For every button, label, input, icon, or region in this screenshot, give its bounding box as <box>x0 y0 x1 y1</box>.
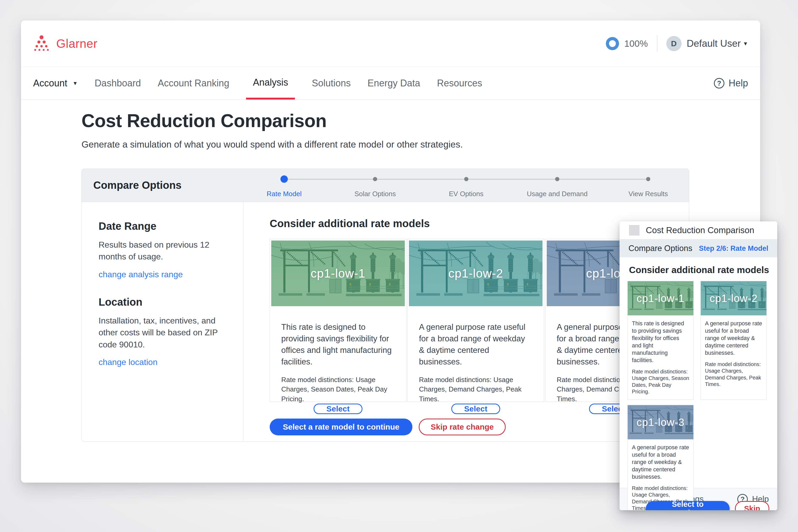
overlay-select-continue-button[interactable]: Select to continue <box>646 501 730 510</box>
nav-item-energy-data[interactable]: Energy Data <box>367 67 420 99</box>
rate-card-body: This rate is designed to providing savin… <box>271 306 405 400</box>
rate-select-button[interactable]: Select <box>313 404 362 414</box>
overlay-skip-button[interactable]: Skip <box>735 501 769 510</box>
panel-body: Date Range Results based on previous 12 … <box>82 202 689 441</box>
user-menu[interactable]: Default User <box>687 38 741 49</box>
page-subtitle: Generate a simulation of what you would … <box>81 139 760 150</box>
page-title: Cost Reduction Comparison <box>81 110 760 131</box>
change-analysis-range-link[interactable]: change analysis range <box>98 270 183 279</box>
step-dot-icon <box>280 175 288 183</box>
screen: Glarner 100% D Default User ▼ Account ▼ … <box>0 0 798 532</box>
rate-description: This rate is designed to providing savin… <box>281 321 395 368</box>
header-divider <box>657 35 657 52</box>
rate-card-body: A general purpose rate useful for a broa… <box>628 439 693 510</box>
nav-item-account-label: Account <box>33 78 67 89</box>
panel-sidebar: Date Range Results based on previous 12 … <box>82 202 243 441</box>
change-location-link[interactable]: change location <box>98 357 158 367</box>
rate-select-button[interactable]: Select <box>451 404 500 414</box>
rate-photo-label: cp1-low-2 <box>409 241 543 306</box>
brand-name: Glarner <box>56 37 97 51</box>
step-dot-icon <box>373 177 377 181</box>
nav-item-account[interactable]: Account ▼ <box>33 67 78 99</box>
step-label: View Results <box>629 190 668 198</box>
overlay-rate-model-card[interactable]: cp1-low-2 A general purpose rate useful … <box>701 281 767 400</box>
nav-item-resources[interactable]: Resources <box>437 67 482 99</box>
step-label: EV Options <box>449 190 484 198</box>
stepper-steps: Rate Model Solar Options EV Options Usag… <box>284 176 648 183</box>
overlay-cards-grid: cp1-low-1 This rate is designed to provi… <box>628 281 769 510</box>
rate-card-body: A general purpose rate useful for a broa… <box>701 316 766 392</box>
location-text: Installation, tax, incentives, and other… <box>98 315 225 350</box>
account-caret-icon: ▼ <box>73 80 78 87</box>
overlay-title: Cost Reduction Comparison <box>646 225 755 235</box>
overlay-body: Consider additional rate models cp1-low-… <box>619 257 777 488</box>
rate-photo-label: cp1-low-1 <box>628 281 693 316</box>
progress-ring-icon <box>606 37 619 50</box>
rate-photo-label: cp1-low-2 <box>701 281 766 316</box>
avatar[interactable]: D <box>666 36 682 51</box>
rate-photo: cp1-low-1 <box>271 241 405 306</box>
skip-rate-change-button[interactable]: Skip rate change <box>419 419 505 435</box>
help-label: Help <box>729 78 748 89</box>
panel-header: Compare Options Rate Model Solar Options… <box>82 169 689 202</box>
overlay-header: Cost Reduction Comparison <box>619 221 777 240</box>
rate-card-body: This rate is designed to providing savin… <box>628 316 693 399</box>
rate-photo: cp1-low-2 <box>409 241 543 306</box>
rate-photo: cp1-low-3 <box>628 405 693 439</box>
date-range-heading: Date Range <box>98 220 233 232</box>
compare-options-panel: Compare Options Rate Model Solar Options… <box>81 169 689 442</box>
brand[interactable]: Glarner <box>33 35 97 53</box>
rate-card-body: A general purpose rate useful for a broa… <box>409 306 543 400</box>
app-header: Glarner 100% D Default User ▼ <box>21 20 760 67</box>
rate-distinctions: Rate model distinctions: Usage Charges, … <box>281 375 395 404</box>
rate-model-card: cp1-low-2 A general purpose rate useful … <box>407 239 544 402</box>
overlay-window: Cost Reduction Comparison Compare Option… <box>619 221 777 510</box>
rate-photo-label: cp1-low-1 <box>271 241 405 306</box>
rate-distinctions: Rate model distinctions: Usage Charges, … <box>705 361 762 388</box>
rate-photo-label: cp1-low-3 <box>628 405 693 439</box>
progress-percent: 100% <box>624 38 648 49</box>
panel-title: Compare Options <box>93 179 182 191</box>
overlay-app-icon <box>629 225 639 235</box>
rate-photo: cp1-low-2 <box>701 281 766 316</box>
brand-logo-icon <box>33 35 50 53</box>
nav-item-account-ranking[interactable]: Account Ranking <box>158 67 229 99</box>
step-dot-icon <box>646 177 650 181</box>
step-label: Rate Model <box>267 190 302 198</box>
overlay-stepbar: Compare Options Step 2/6: Rate Model <box>619 240 777 257</box>
stepper: Rate Model Solar Options EV Options Usag… <box>284 176 648 198</box>
user-caret-icon[interactable]: ▼ <box>743 41 748 47</box>
overlay-rate-model-card[interactable]: cp1-low-1 This rate is designed to provi… <box>628 281 694 400</box>
step-dot-icon <box>555 177 559 181</box>
rate-description: A general purpose rate useful for a broa… <box>705 320 762 357</box>
nav-item-dashboard[interactable]: Dashboard <box>95 67 141 99</box>
overlay-rate-model-card[interactable]: cp1-low-3 A general purpose rate useful … <box>628 405 694 510</box>
date-range-text: Results based on previous 12 months of u… <box>98 239 225 263</box>
help-button[interactable]: ? Help <box>714 78 748 89</box>
step-label: Solar Options <box>354 190 396 198</box>
location-heading: Location <box>98 296 233 308</box>
step-dot-icon <box>464 177 468 181</box>
nav-item-solutions[interactable]: Solutions <box>312 67 351 99</box>
overlay-section-label: Compare Options <box>629 244 692 253</box>
header-right: 100% D Default User ▼ <box>606 35 748 52</box>
rate-description: A general purpose rate useful for a broa… <box>419 321 532 368</box>
main-nav: Account ▼ Dashboard Account Ranking Anal… <box>21 67 760 100</box>
rate-distinctions: Rate model distinctions: Usage Charges, … <box>632 368 689 395</box>
step-label: Usage and Demand <box>527 190 587 198</box>
page-head: Cost Reduction Comparison Generate a sim… <box>21 100 760 150</box>
help-icon: ? <box>714 78 724 89</box>
rate-distinctions: Rate model distinctions: Usage Charges, … <box>419 375 532 404</box>
select-rate-model-continue-button[interactable]: Select a rate model to continue <box>270 419 412 435</box>
overlay-rates-heading: Consider additional rate models <box>629 265 769 275</box>
overlay-step-indicator: Step 2/6: Rate Model <box>699 245 768 253</box>
rate-photo: cp1-low-1 <box>628 281 693 316</box>
overlay-actions: Select to continue Skip <box>646 501 769 510</box>
nav-item-analysis[interactable]: Analysis <box>246 67 295 99</box>
rate-model-card: cp1-low-1 This rate is designed to provi… <box>270 239 406 402</box>
rate-description: This rate is designed to providing savin… <box>632 320 689 364</box>
rate-description: A general purpose rate useful for a broa… <box>632 444 689 481</box>
